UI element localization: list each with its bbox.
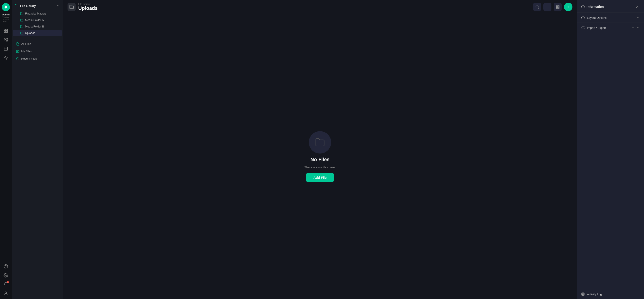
- layout-options-label: Layout Options: [587, 16, 606, 19]
- import-export-icon: [581, 26, 585, 29]
- svg-rect-22: [558, 7, 559, 8]
- layout-icon: [581, 16, 585, 19]
- sidebar-item-label: My Files: [21, 50, 32, 53]
- sidebar-item-label: All Files: [21, 42, 31, 46]
- app-name: Optical This is a shared playgr...: [1, 13, 10, 22]
- view-toggle-button[interactable]: [554, 3, 562, 11]
- chevron-down-icon: [636, 16, 640, 19]
- sidebar-file-library-header[interactable]: File Library: [12, 2, 63, 10]
- right-panel-close-button[interactable]: [634, 4, 640, 9]
- main-content: File Library Uploads: [63, 0, 577, 299]
- chevron-down-icon: [56, 4, 60, 7]
- info-icon: [581, 5, 585, 8]
- sidebar: File Library Financial Matters Media Fol…: [12, 0, 63, 299]
- nav-profile[interactable]: [2, 289, 10, 297]
- right-panel-header: Information: [577, 0, 644, 13]
- svg-point-11: [5, 275, 6, 276]
- sidebar-folders: Financial Matters Media Folder A Media F…: [12, 10, 63, 38]
- sidebar-item-recent-files[interactable]: Recent Files: [13, 55, 62, 62]
- icon-bar: Optical This is a shared playgr...: [0, 0, 12, 299]
- close-icon: [636, 5, 639, 8]
- right-panel-spacer: [577, 33, 644, 289]
- sidebar-item-label: Recent Files: [21, 57, 37, 60]
- app-logo[interactable]: [2, 3, 10, 11]
- minus-icon: [632, 26, 635, 29]
- nav-layers[interactable]: [2, 45, 10, 53]
- sidebar-folder-label: Financial Matters: [25, 12, 46, 15]
- nav-chart[interactable]: [2, 54, 10, 62]
- activity-log-label: Activity Log: [587, 293, 602, 296]
- header-folder-icon: [68, 3, 76, 11]
- nav-help[interactable]: [2, 262, 10, 270]
- svg-rect-20: [558, 5, 559, 7]
- activity-log-icon: [581, 292, 585, 296]
- svg-rect-7: [4, 47, 8, 50]
- svg-rect-21: [556, 7, 558, 8]
- sidebar-folder-label: Media Folder A: [25, 18, 44, 22]
- sidebar-file-library-label: File Library: [20, 4, 36, 7]
- svg-point-14: [536, 5, 538, 8]
- sidebar-folder-label: Media Folder B: [25, 25, 44, 28]
- svg-rect-2: [6, 29, 8, 30]
- sidebar-item-media-folder-a[interactable]: Media Folder A: [13, 17, 62, 23]
- svg-rect-1: [4, 29, 6, 30]
- main-body: No Files There are no files here. Add Fi…: [63, 14, 577, 299]
- right-panel-import-export[interactable]: Import / Export: [577, 23, 644, 33]
- svg-rect-3: [4, 31, 6, 32]
- svg-rect-31: [582, 293, 584, 296]
- add-file-button[interactable]: Add File: [306, 173, 334, 182]
- notification-badge: 2: [7, 281, 9, 283]
- filter-button[interactable]: [544, 3, 552, 11]
- svg-point-6: [6, 38, 8, 39]
- sidebar-item-uploads[interactable]: Uploads: [13, 30, 62, 36]
- nav-users[interactable]: [2, 36, 10, 44]
- sidebar-item-media-folder-b[interactable]: Media Folder B: [13, 23, 62, 30]
- right-panel-title-text: Information: [586, 5, 604, 8]
- add-button[interactable]: [564, 3, 572, 11]
- sidebar-item-all-files[interactable]: All Files: [13, 40, 62, 47]
- nav-settings[interactable]: [2, 271, 10, 279]
- svg-rect-4: [6, 31, 8, 32]
- empty-state-subtitle: There are no files here.: [304, 166, 336, 169]
- nav-notifications[interactable]: 2: [2, 280, 10, 288]
- chevron-down-icon: [636, 26, 640, 29]
- sidebar-item-my-files[interactable]: My Files: [13, 48, 62, 55]
- empty-state-icon: [309, 131, 331, 154]
- right-panel-activity-log[interactable]: Activity Log: [577, 289, 644, 299]
- main-header: File Library Uploads: [63, 0, 577, 14]
- right-panel: Information Layout Options: [577, 0, 644, 299]
- svg-point-12: [5, 292, 7, 293]
- svg-point-5: [4, 38, 6, 39]
- breadcrumb: File Library: [78, 3, 98, 5]
- optical-section: Optical This is a shared playgr...: [0, 2, 12, 25]
- sidebar-folder-label: Uploads: [25, 31, 35, 35]
- right-panel-layout-options[interactable]: Layout Options: [577, 13, 644, 23]
- svg-rect-19: [556, 5, 558, 7]
- empty-state-title: No Files: [310, 157, 330, 162]
- search-button[interactable]: [533, 3, 541, 11]
- import-export-label: Import / Export: [587, 26, 606, 29]
- nav-grid[interactable]: [2, 27, 10, 35]
- svg-point-0: [5, 6, 7, 8]
- svg-line-15: [538, 7, 538, 8]
- page-title: Uploads: [78, 5, 98, 11]
- sidebar-item-financial-matters[interactable]: Financial Matters: [13, 10, 62, 17]
